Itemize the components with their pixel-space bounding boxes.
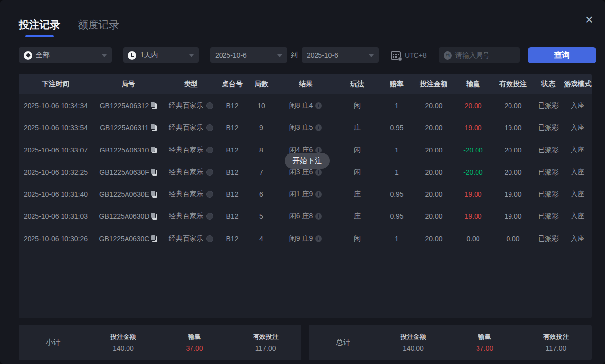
query-button[interactable]: 查询 xyxy=(528,47,596,63)
cell-game-mode-text: 入座 xyxy=(571,168,585,176)
cell-bet-time-text: 2025-10-06 10:31:40 xyxy=(24,190,88,198)
result-info-icon[interactable] xyxy=(315,147,322,153)
cell-table-no: B12 xyxy=(218,94,247,117)
cell-table-no: B12 xyxy=(218,117,247,139)
cell-table-no: B12 xyxy=(218,205,247,227)
cell-bet-amount: 20.00 xyxy=(414,117,453,139)
cell-round-id-text: GB1225A06310 xyxy=(100,146,149,154)
round-search-input[interactable] xyxy=(455,51,515,59)
cell-bet-amount: 20.00 xyxy=(414,161,453,183)
cell-round-id: GB1225A0630E xyxy=(93,183,164,205)
copy-icon[interactable] xyxy=(152,125,157,131)
game-info-icon[interactable] xyxy=(206,213,213,220)
date-from-select[interactable]: 2025-10-6 xyxy=(210,47,287,63)
copy-icon[interactable] xyxy=(152,236,157,242)
chevron-down-icon xyxy=(189,54,194,57)
cell-valid-bet: 20.00 xyxy=(493,161,533,183)
chevron-down-icon xyxy=(369,54,374,57)
result-info-icon[interactable] xyxy=(315,169,322,176)
subtotal-valid-stat: 有效投注 117.00 xyxy=(230,333,301,352)
chevron-down-icon xyxy=(102,54,107,57)
timezone-group: UTC+8 xyxy=(391,51,427,60)
cell-odds: 1 xyxy=(380,227,414,249)
total-valid-label: 有效投注 xyxy=(520,333,592,341)
copy-icon[interactable] xyxy=(152,148,157,153)
total-bet-label: 投注金额 xyxy=(378,333,449,341)
cell-valid-bet: 19.00 xyxy=(493,183,533,205)
cell-round-count-text: 9 xyxy=(259,124,263,132)
result-info-icon[interactable] xyxy=(315,213,322,220)
cell-game-type: 经典百家乐 xyxy=(164,227,218,249)
clock-badge-icon xyxy=(398,57,402,61)
cell-round-count-text: 8 xyxy=(259,146,263,154)
game-type-select[interactable]: 全部 xyxy=(19,47,112,63)
table-row: 2025-10-06 10:34:34GB1225A06312经典百家乐B121… xyxy=(19,94,592,117)
game-info-icon[interactable] xyxy=(206,124,213,131)
cell-game-mode: 入座 xyxy=(564,139,592,161)
cell-round-count: 10 xyxy=(247,94,276,117)
cell-result-text: 闲3 庄5 xyxy=(289,123,313,131)
cell-play: 庄 xyxy=(335,205,380,227)
tab-bet-records[interactable]: 投注记录 xyxy=(19,18,60,37)
date-to-select[interactable]: 2025-10-6 xyxy=(302,47,379,63)
cell-game-type: 经典百家乐 xyxy=(164,161,218,183)
cell-round-count-text: 5 xyxy=(259,212,263,220)
cell-game-type: 经典百家乐 xyxy=(164,183,218,205)
cell-game-mode: 入座 xyxy=(564,161,592,183)
cell-bet-time: 2025-10-06 10:32:25 xyxy=(19,161,93,183)
cell-status-text: 已派彩 xyxy=(538,212,559,220)
cell-bet-time-text: 2025-10-06 10:31:03 xyxy=(24,212,88,220)
cell-bet-amount: 20.00 xyxy=(414,139,453,161)
cell-game-type-text: 经典百家乐 xyxy=(169,101,203,109)
game-info-icon[interactable] xyxy=(206,169,213,176)
cell-result: 闲1 庄9 xyxy=(276,183,335,205)
cell-win-loss-text: -20.00 xyxy=(463,168,483,176)
cell-valid-bet: 20.00 xyxy=(493,139,533,161)
subtotal-bet-value: 140.00 xyxy=(88,344,159,352)
subtotal-panel: 小计 投注金额 140.00 输赢 37.00 有效投注 117.00 xyxy=(19,325,301,360)
cell-status-text: 已派彩 xyxy=(538,168,559,176)
total-bet-stat: 投注金额 140.00 xyxy=(378,333,449,352)
game-info-icon[interactable] xyxy=(206,235,213,242)
game-info-icon[interactable] xyxy=(206,191,213,198)
result-info-icon[interactable] xyxy=(315,124,322,131)
copy-icon[interactable] xyxy=(152,103,157,109)
bet-records-dialog: 投注记录 额度记录 × 全部 1天内 2025-10-6 到 2025-10-6 xyxy=(0,0,605,364)
active-tab-underline xyxy=(25,35,54,37)
copy-icon[interactable] xyxy=(152,214,157,220)
tab-quota-records[interactable]: 额度记录 xyxy=(78,18,119,37)
cell-play: 闲 xyxy=(335,161,380,183)
cell-table-no: B12 xyxy=(218,227,247,249)
cell-game-type: 经典百家乐 xyxy=(164,139,218,161)
cell-odds-text: 1 xyxy=(395,235,399,243)
cell-game-mode: 入座 xyxy=(564,205,592,227)
time-range-select[interactable]: 1天内 xyxy=(123,47,199,63)
close-icon[interactable]: × xyxy=(579,10,599,30)
cell-bet-amount-text: 20.00 xyxy=(425,235,442,243)
game-info-icon[interactable] xyxy=(206,147,213,153)
cell-play-text: 庄 xyxy=(354,190,361,198)
cell-round-count: 6 xyxy=(247,183,276,205)
result-info-icon[interactable] xyxy=(315,235,322,242)
cell-result: 闲6 庄8 xyxy=(276,205,335,227)
column-header: 桌台号 xyxy=(218,74,247,94)
cell-win-loss-text: 19.00 xyxy=(464,190,481,198)
cell-round-id: GB1225A0630F xyxy=(93,161,164,183)
result-info-icon[interactable] xyxy=(315,102,322,109)
time-range-select-value: 1天内 xyxy=(140,51,158,60)
game-info-icon[interactable] xyxy=(206,102,213,109)
cell-bet-time: 2025-10-06 10:34:34 xyxy=(19,94,93,117)
cell-status: 已派彩 xyxy=(533,161,564,183)
result-info-icon[interactable] xyxy=(315,191,322,198)
round-search-box[interactable]: 局 xyxy=(439,47,520,63)
cell-play-text: 庄 xyxy=(354,123,361,131)
column-header: 赔率 xyxy=(380,74,414,94)
cell-bet-amount-text: 20.00 xyxy=(425,124,442,132)
copy-icon[interactable] xyxy=(152,192,157,198)
cell-result: 闲8 庄4 xyxy=(276,94,335,117)
game-type-select-value: 全部 xyxy=(36,51,50,60)
cell-round-id: GB1225A06312 xyxy=(93,94,164,117)
cell-round-id-text: GB1225A0630D xyxy=(99,212,150,220)
copy-icon[interactable] xyxy=(152,170,157,176)
cell-status: 已派彩 xyxy=(533,139,564,161)
